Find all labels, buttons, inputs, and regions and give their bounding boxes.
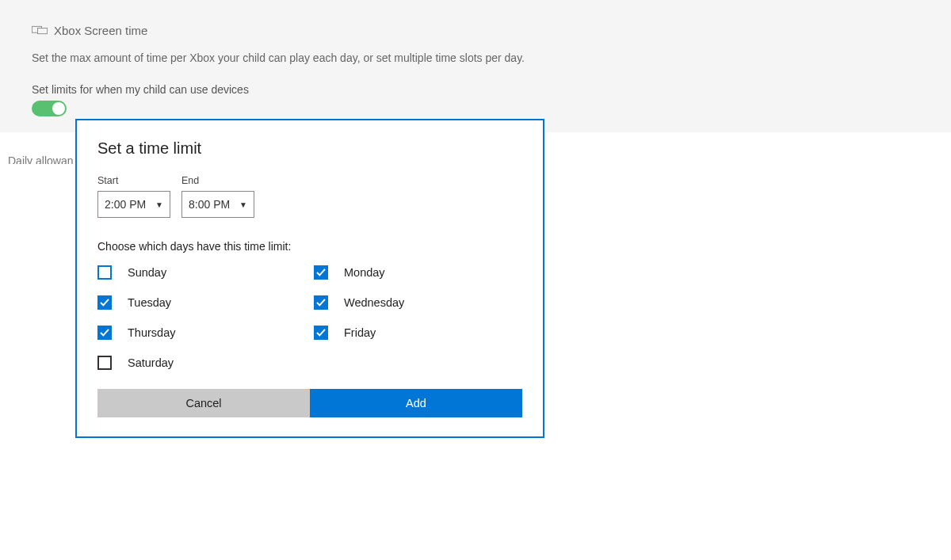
- screen-time-header: Xbox Screen time Set the max amount of t…: [0, 0, 951, 132]
- svg-rect-1: [38, 29, 48, 34]
- dialog-title: Set a time limit: [97, 139, 522, 158]
- page-subtitle: Set the max amount of time per Xbox your…: [32, 51, 919, 64]
- time-limit-dialog: Set a time limit Start 2:00 PM ▼ End 8:0…: [75, 119, 544, 164]
- page-title: Xbox Screen time: [54, 24, 147, 37]
- daily-allowance-label: Daily allowan: [8, 154, 73, 164]
- page-title-row: Xbox Screen time: [32, 24, 919, 37]
- limits-toggle[interactable]: [32, 101, 67, 116]
- device-icon: [32, 24, 48, 37]
- toggle-label: Set limits for when my child can use dev…: [32, 83, 919, 96]
